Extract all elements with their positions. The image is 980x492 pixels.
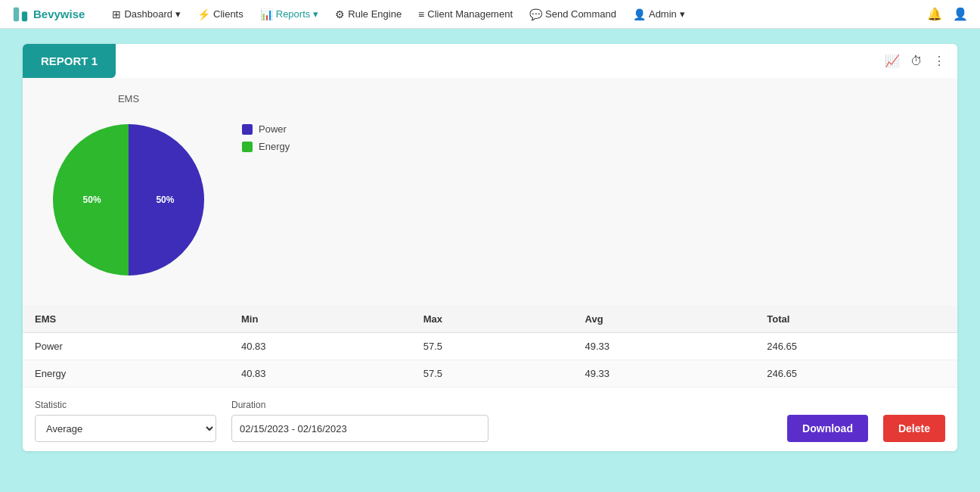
- cell-avg: 49.33: [573, 333, 755, 360]
- col-avg: Avg: [573, 306, 755, 333]
- nav-send-command[interactable]: 💬 Send Command: [522, 5, 624, 23]
- chart-line-icon[interactable]: 📈: [885, 54, 900, 68]
- duration-label: Duration: [231, 400, 772, 410]
- chart-title: EMS: [118, 93, 139, 104]
- nav-right-actions: 🔔 👤: [927, 7, 968, 21]
- cell-total: 246.65: [755, 333, 957, 360]
- cell-max: 57.5: [411, 360, 573, 388]
- admin-icon: 👤: [633, 8, 646, 20]
- col-max: Max: [411, 306, 573, 333]
- nav-admin-label: Admin: [649, 8, 677, 20]
- nav-rule-engine[interactable]: ⚙ Rule Engine: [327, 5, 409, 23]
- chart-wrapper: EMS 50% 50%: [45, 93, 212, 283]
- data-table: EMS Min Max Avg Total Power 40.83 57.5 4…: [23, 306, 957, 388]
- chart-legend: Power Energy: [242, 123, 290, 152]
- admin-chevron-icon: ▾: [680, 8, 685, 20]
- legend-power-dot: [242, 124, 253, 135]
- notification-icon[interactable]: 🔔: [927, 7, 942, 21]
- cell-total: 246.65: [755, 360, 957, 388]
- brand-name: Bevywise: [33, 8, 85, 20]
- nav-admin[interactable]: 👤 Admin ▾: [625, 5, 693, 23]
- pie-label-power: 50%: [156, 195, 174, 205]
- statistic-group: Statistic Average: [35, 400, 216, 442]
- profile-icon[interactable]: 👤: [953, 7, 968, 21]
- report-title: REPORT 1: [23, 44, 116, 78]
- clock-icon[interactable]: ⏱: [910, 54, 923, 68]
- col-min: Min: [229, 306, 411, 333]
- nav-items: ⊞ Dashboard ▾ ⚡ Clients 📊 Reports ▾ ⚙ Ru…: [104, 5, 923, 23]
- rule-engine-icon: ⚙: [335, 8, 345, 20]
- send-command-icon: 💬: [529, 8, 542, 20]
- legend-energy-dot: [242, 142, 253, 152]
- legend-power-label: Power: [259, 123, 287, 135]
- svg-rect-0: [14, 7, 19, 20]
- cell-min: 40.83: [229, 333, 411, 360]
- nav-reports-label: Reports: [276, 8, 311, 20]
- duration-input[interactable]: [231, 415, 488, 442]
- duration-group: Duration: [231, 400, 772, 442]
- download-button[interactable]: Download: [787, 415, 868, 442]
- nav-clients-label: Clients: [213, 8, 243, 20]
- nav-send-command-label: Send Command: [545, 8, 616, 20]
- col-ems: EMS: [23, 306, 229, 333]
- brand-logo[interactable]: Bevywise: [12, 6, 85, 23]
- statistic-select[interactable]: Average: [35, 415, 216, 442]
- cell-min: 40.83: [229, 360, 411, 388]
- report-header-actions: 📈 ⏱ ⋮: [885, 54, 957, 68]
- client-management-icon: ≡: [418, 8, 424, 20]
- reports-icon: 📊: [260, 8, 273, 20]
- main-content: REPORT 1 📈 ⏱ ⋮ EMS 50%: [0, 29, 980, 466]
- legend-energy: Energy: [242, 141, 290, 152]
- cell-max: 57.5: [411, 333, 573, 360]
- nav-rule-engine-label: Rule Engine: [348, 8, 402, 20]
- statistic-label: Statistic: [35, 400, 216, 410]
- pie-label-energy: 50%: [83, 195, 101, 205]
- cell-ems: Power: [23, 333, 229, 360]
- pie-chart: 50% 50%: [45, 117, 212, 283]
- legend-power: Power: [242, 123, 290, 135]
- chart-area: EMS 50% 50% Power: [23, 78, 957, 306]
- legend-energy-label: Energy: [259, 141, 290, 152]
- svg-rect-1: [22, 11, 27, 21]
- delete-button[interactable]: Delete: [883, 415, 945, 442]
- report-card: REPORT 1 📈 ⏱ ⋮ EMS 50%: [23, 44, 957, 451]
- nav-clients[interactable]: ⚡ Clients: [190, 5, 251, 23]
- report-header: REPORT 1 📈 ⏱ ⋮: [23, 44, 957, 78]
- report-footer: Statistic Average Duration Download Dele…: [23, 388, 957, 451]
- nav-client-management-label: Client Management: [427, 8, 513, 20]
- reports-chevron-icon: ▾: [313, 8, 318, 20]
- nav-dashboard[interactable]: ⊞ Dashboard ▾: [104, 5, 188, 23]
- table-row: Energy 40.83 57.5 49.33 246.65: [23, 360, 957, 388]
- cell-avg: 49.33: [573, 360, 755, 388]
- nav-reports[interactable]: 📊 Reports ▾: [253, 5, 327, 23]
- col-total: Total: [755, 306, 957, 333]
- table-row: Power 40.83 57.5 49.33 246.65: [23, 333, 957, 360]
- clients-icon: ⚡: [197, 8, 210, 20]
- cell-ems: Energy: [23, 360, 229, 388]
- nav-dashboard-label: Dashboard: [124, 8, 172, 20]
- more-options-icon[interactable]: ⋮: [933, 54, 945, 68]
- nav-client-management[interactable]: ≡ Client Management: [411, 5, 520, 23]
- dashboard-chevron-icon: ▾: [175, 8, 181, 20]
- dashboard-icon: ⊞: [112, 8, 121, 20]
